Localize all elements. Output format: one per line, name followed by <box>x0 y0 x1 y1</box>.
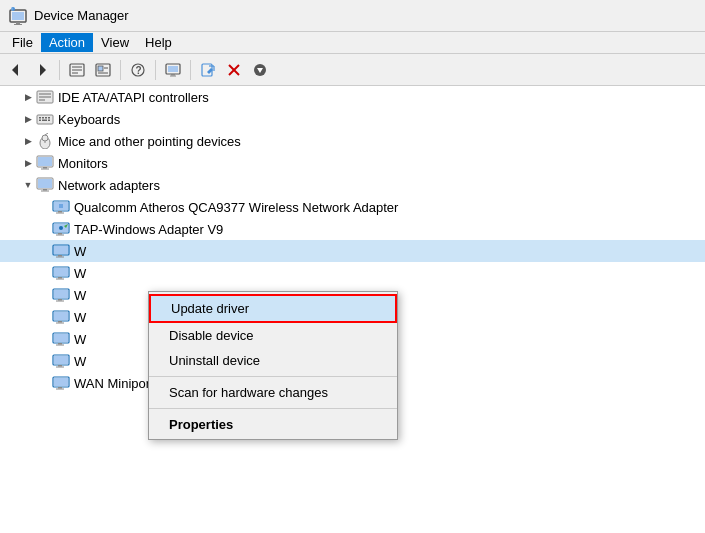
svg-rect-31 <box>39 93 51 95</box>
svg-point-44 <box>42 135 48 141</box>
svg-rect-84 <box>56 345 64 346</box>
svg-rect-52 <box>43 189 47 191</box>
toggle-mice[interactable]: ▶ <box>20 133 36 149</box>
menu-help[interactable]: Help <box>137 33 180 52</box>
svg-rect-53 <box>41 191 49 192</box>
scan-label: Scan for hardware changes <box>169 385 328 400</box>
svg-rect-80 <box>56 323 64 324</box>
tree-item-monitors[interactable]: ▶ Monitors <box>0 152 705 174</box>
svg-rect-56 <box>58 211 62 213</box>
tree-item-keyboards[interactable]: ▶ Keyboards <box>0 108 705 130</box>
svg-rect-49 <box>41 169 49 170</box>
monitors-icon <box>36 154 54 172</box>
toolbar-sep-2 <box>120 60 121 80</box>
tree-item-wan1[interactable]: ▶ W <box>0 240 705 262</box>
tree-item-mice[interactable]: ▶ Mice and other pointing devices <box>0 130 705 152</box>
wan4-label: W <box>74 310 86 325</box>
svg-rect-91 <box>58 387 62 389</box>
svg-marker-6 <box>12 64 18 76</box>
menu-bar: File Action View Help <box>0 32 705 54</box>
svg-rect-87 <box>58 365 62 367</box>
wan3-icon <box>52 286 70 304</box>
svg-rect-72 <box>56 279 64 280</box>
down-button[interactable] <box>248 58 272 82</box>
toggle-network[interactable]: ▼ <box>20 177 36 193</box>
tree-area[interactable]: ▶ IDE ATA/ATAPI controllers ▶ <box>0 86 705 533</box>
disable-device-label: Disable device <box>169 328 254 343</box>
more-button[interactable] <box>91 58 115 82</box>
back-button[interactable] <box>4 58 28 82</box>
svg-rect-71 <box>58 277 62 279</box>
ctx-update-driver[interactable]: Update driver <box>149 294 397 323</box>
svg-rect-66 <box>54 246 68 254</box>
menu-view[interactable]: View <box>93 33 137 52</box>
svg-rect-79 <box>58 321 62 323</box>
svg-line-45 <box>45 133 48 135</box>
svg-rect-20 <box>171 74 175 76</box>
svg-rect-32 <box>39 96 51 98</box>
import-button[interactable] <box>196 58 220 82</box>
ctx-uninstall-device[interactable]: Uninstall device <box>149 348 397 373</box>
window-title: Device Manager <box>34 8 129 23</box>
screen-button[interactable] <box>161 58 185 82</box>
svg-rect-1 <box>12 12 24 20</box>
network-icon <box>36 176 54 194</box>
svg-rect-39 <box>39 120 41 122</box>
svg-rect-68 <box>56 257 64 258</box>
tree-item-qualcomm[interactable]: ▶ Qualcomm Atheros QCA9377 Wireless Netw… <box>0 196 705 218</box>
tree-item-wan2[interactable]: ▶ W <box>0 262 705 284</box>
keyboards-icon <box>36 110 54 128</box>
monitors-label: Monitors <box>58 156 108 171</box>
properties-button[interactable] <box>65 58 89 82</box>
properties-label: Properties <box>169 417 233 432</box>
title-bar: ! Device Manager <box>0 0 705 32</box>
context-menu: Update driver Disable device Uninstall d… <box>148 291 398 440</box>
tree-item-tap[interactable]: ▶ TAP-Windows Adapter V9 <box>0 218 705 240</box>
network-label: Network adapters <box>58 178 160 193</box>
wan1-label: W <box>74 244 86 259</box>
svg-rect-58 <box>59 204 63 208</box>
mice-label: Mice and other pointing devices <box>58 134 241 149</box>
svg-rect-48 <box>43 167 47 169</box>
ctx-disable-device[interactable]: Disable device <box>149 323 397 348</box>
wan-miniport-icon <box>52 374 70 392</box>
svg-rect-78 <box>54 312 68 320</box>
toggle-keyboards[interactable]: ▶ <box>20 111 36 127</box>
tap-label: TAP-Windows Adapter V9 <box>74 222 223 237</box>
svg-rect-86 <box>54 356 68 364</box>
ctx-scan[interactable]: Scan for hardware changes <box>149 380 397 405</box>
toolbar: ? <box>0 54 705 86</box>
tree-item-network[interactable]: ▼ Network adapters <box>0 174 705 196</box>
forward-button[interactable] <box>30 58 54 82</box>
ide-label: IDE ATA/ATAPI controllers <box>58 90 209 105</box>
remove-button[interactable] <box>222 58 246 82</box>
wan4-icon <box>52 308 70 326</box>
keyboards-label: Keyboards <box>58 112 120 127</box>
menu-file[interactable]: File <box>4 33 41 52</box>
wan2-icon <box>52 264 70 282</box>
ctx-properties[interactable]: Properties <box>149 412 397 437</box>
svg-text:?: ? <box>136 65 142 76</box>
svg-rect-75 <box>58 299 62 301</box>
toggle-monitors[interactable]: ▶ <box>20 155 36 171</box>
svg-rect-83 <box>58 343 62 345</box>
uninstall-device-label: Uninstall device <box>169 353 260 368</box>
toolbar-sep-4 <box>190 60 191 80</box>
svg-rect-82 <box>54 334 68 342</box>
menu-action[interactable]: Action <box>41 33 93 52</box>
svg-rect-62 <box>56 235 64 236</box>
wan5-icon <box>52 330 70 348</box>
toggle-ide[interactable]: ▶ <box>20 89 36 105</box>
svg-rect-33 <box>39 99 45 101</box>
svg-rect-36 <box>42 117 44 119</box>
svg-rect-57 <box>56 213 64 214</box>
svg-rect-41 <box>48 120 50 122</box>
svg-rect-35 <box>39 117 41 119</box>
tree-item-ide[interactable]: ▶ IDE ATA/ATAPI controllers <box>0 86 705 108</box>
wan2-label: W <box>74 266 86 281</box>
svg-rect-90 <box>54 378 68 386</box>
svg-rect-88 <box>56 367 64 368</box>
svg-rect-3 <box>14 24 22 25</box>
ctx-sep-2 <box>149 408 397 409</box>
help-button[interactable]: ? <box>126 58 150 82</box>
